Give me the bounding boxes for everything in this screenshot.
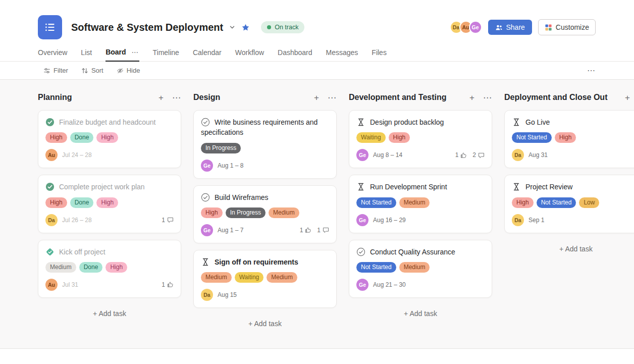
task-card[interactable]: Finalize budget and headcount High Done …: [38, 110, 181, 168]
tag-list: High Done High: [45, 197, 174, 208]
tab-dashboard[interactable]: Dashboard: [278, 48, 312, 61]
task-card[interactable]: Run Development Sprint Not Started Mediu…: [349, 175, 492, 233]
sort-label: Sort: [91, 67, 103, 74]
column-header: Planning + ⋯: [38, 93, 181, 102]
due-date: Aug 8 – 14: [373, 151, 402, 159]
check-circle-icon[interactable]: [201, 193, 210, 202]
hide-icon: [117, 67, 124, 74]
tab-calendar[interactable]: Calendar: [193, 48, 222, 61]
star-icon[interactable]: [241, 23, 250, 32]
assignee-avatar: Da: [512, 149, 524, 161]
project-list-icon[interactable]: [38, 15, 62, 39]
check-circle-completed-icon[interactable]: [45, 118, 55, 127]
task-title: Write business requirements and specific…: [201, 118, 318, 136]
sort-icon: [81, 67, 88, 74]
filter-icon: [43, 67, 50, 74]
customize-button[interactable]: Customize: [538, 19, 596, 35]
add-card-icon[interactable]: +: [625, 93, 630, 102]
status-badge[interactable]: On track: [261, 21, 304, 33]
tag-pill: Medium: [399, 197, 430, 208]
thumbs-up-icon: [460, 152, 467, 159]
check-circle-icon[interactable]: [201, 118, 210, 127]
tag-pill: High: [389, 132, 410, 143]
hourglass-icon[interactable]: [356, 118, 365, 127]
task-card[interactable]: Build Wireframes High In Progress Medium…: [193, 185, 337, 243]
tab-overview[interactable]: Overview: [38, 48, 67, 61]
add-card-icon[interactable]: +: [469, 93, 475, 102]
tab-workflow[interactable]: Workflow: [235, 48, 264, 61]
tab-board-more-icon[interactable]: ⋯: [132, 48, 139, 56]
task-card[interactable]: Go Live Not Started High Da Aug 31: [504, 110, 634, 168]
tag-pill: High: [512, 197, 534, 208]
board-toolbar: Filter Sort Hide ⋯: [0, 62, 634, 80]
check-circle-icon[interactable]: [356, 247, 365, 256]
hourglass-icon[interactable]: [201, 257, 210, 267]
add-card-icon[interactable]: +: [159, 93, 164, 102]
like-count[interactable]: 1: [162, 281, 174, 288]
task-card[interactable]: Design product backlog Waiting High Ge A…: [349, 110, 492, 168]
sort-button[interactable]: Sort: [81, 67, 103, 74]
tab-board[interactable]: Board ⋯: [105, 48, 139, 62]
task-card[interactable]: Write business requirements and specific…: [193, 110, 337, 179]
task-card[interactable]: Sign off on requirements Medium Waiting …: [193, 250, 337, 308]
chevron-down-icon[interactable]: [229, 24, 235, 30]
share-button[interactable]: Share: [488, 20, 532, 35]
hourglass-icon[interactable]: [512, 118, 521, 127]
task-title: Finalize budget and headcount: [59, 118, 155, 126]
member-avatar[interactable]: Ge: [469, 21, 482, 34]
column-more-icon[interactable]: ⋯: [483, 93, 492, 102]
add-task-button[interactable]: + Add task: [38, 304, 181, 323]
status-dot: [267, 25, 271, 29]
like-count-value: 1: [300, 227, 303, 234]
project-title[interactable]: Software & System Deployment: [71, 22, 223, 33]
tag-list: In Progress: [201, 143, 329, 153]
like-count[interactable]: 1: [455, 151, 467, 159]
hourglass-icon[interactable]: [356, 182, 365, 191]
share-label: Share: [506, 23, 525, 31]
column-more-icon[interactable]: ⋯: [172, 93, 181, 102]
add-task-button[interactable]: + Add task: [193, 315, 337, 333]
comment-count[interactable]: 2: [472, 151, 485, 159]
task-card[interactable]: Conduct Quality Assurance Not Started Me…: [349, 240, 492, 298]
filter-button[interactable]: Filter: [43, 67, 68, 74]
task-title: Conduct Quality Assurance: [370, 248, 455, 256]
hourglass-icon[interactable]: [512, 182, 521, 191]
task-card[interactable]: Project Review High Not Started Low Da S…: [504, 175, 634, 233]
column-header: Design + ⋯: [193, 93, 337, 102]
column-more-icon[interactable]: ⋯: [328, 93, 337, 102]
tag-list: High Not Started Low: [512, 197, 634, 208]
due-date: Aug 15: [218, 291, 237, 298]
card-footer: Au Jul 31 1: [45, 279, 174, 291]
assignee-avatar: Ge: [356, 279, 368, 291]
comment-icon: [478, 152, 485, 159]
column-title[interactable]: Development and Testing: [349, 93, 447, 102]
column-title[interactable]: Planning: [38, 93, 72, 102]
add-card-icon[interactable]: +: [314, 93, 320, 102]
tab-timeline[interactable]: Timeline: [153, 48, 179, 61]
tag-pill: High: [45, 132, 67, 143]
task-title: Design product backlog: [370, 118, 444, 126]
add-task-button[interactable]: + Add task: [504, 240, 634, 258]
tag-pill: Not Started: [356, 197, 396, 208]
column-header: Development and Testing + ⋯: [349, 93, 492, 102]
comment-icon: [323, 227, 329, 233]
task-card[interactable]: Kick off project Medium Done High Au Jul…: [38, 240, 181, 298]
card-footer: Au Jul 24 – 28: [45, 149, 174, 161]
approval-completed-icon[interactable]: [45, 247, 55, 256]
toolbar-more-icon[interactable]: ⋯: [587, 66, 596, 75]
tab-files[interactable]: Files: [372, 48, 387, 61]
check-circle-completed-icon[interactable]: [45, 182, 55, 191]
tab-messages[interactable]: Messages: [326, 48, 358, 61]
comment-count[interactable]: 1: [317, 227, 329, 234]
add-task-button[interactable]: + Add task: [349, 304, 492, 323]
column-title[interactable]: Deployment and Close Out: [504, 93, 607, 102]
tag-list: Medium Done High: [45, 262, 174, 273]
tab-list[interactable]: List: [81, 48, 92, 61]
board-column-design: Design + ⋯ Write business requirements a…: [193, 93, 337, 348]
column-title[interactable]: Design: [193, 93, 220, 102]
like-count[interactable]: 1: [300, 227, 312, 234]
task-card[interactable]: Complete project work plan High Done Hig…: [38, 175, 181, 233]
reactions: 1: [162, 217, 174, 224]
comment-count[interactable]: 1: [162, 217, 174, 224]
hide-button[interactable]: Hide: [117, 67, 140, 74]
